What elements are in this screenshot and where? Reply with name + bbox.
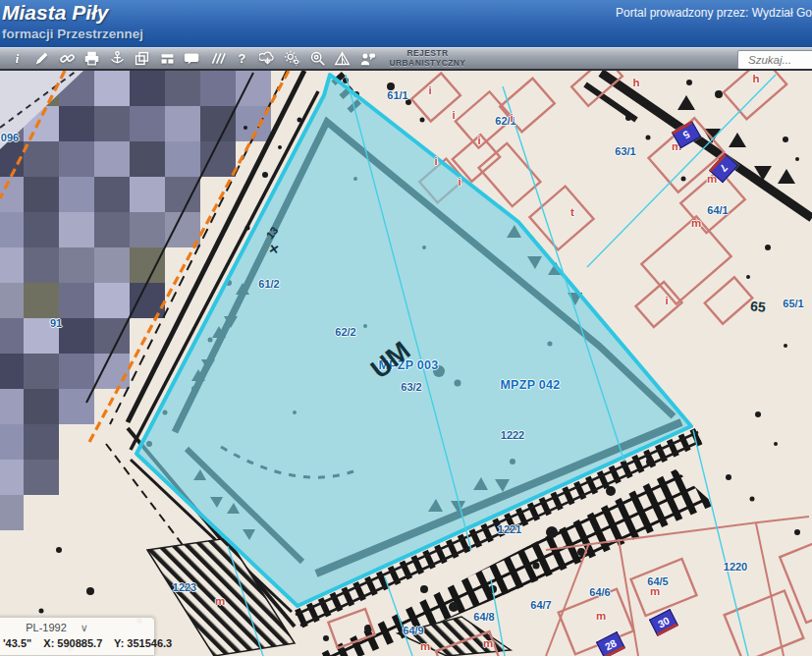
chevron-down-icon[interactable]: ∨	[81, 622, 88, 634]
feedback-icon[interactable]	[359, 50, 376, 67]
layout-icon[interactable]	[159, 50, 176, 67]
layers-icon[interactable]	[334, 50, 351, 67]
info-icon[interactable]: i	[9, 50, 26, 67]
page-subtitle: formacji Przestrzennej	[2, 27, 143, 41]
download-icon[interactable]	[259, 50, 276, 67]
svg-text:i: i	[15, 52, 19, 66]
x-coordinate: X: 590885.7	[43, 637, 102, 649]
urban-register-button[interactable]: REJESTR URBANISTYCZNY	[390, 49, 466, 68]
search-input[interactable]	[737, 50, 812, 70]
coordinate-panel: PL-1992∨ '43.5" X: 590885.7 Y: 351546.3	[0, 617, 155, 656]
draw-icon[interactable]	[33, 50, 50, 67]
zoom-search-icon[interactable]	[309, 50, 326, 67]
print-icon[interactable]	[83, 50, 100, 67]
basemap-svg	[0, 71, 812, 656]
help-icon[interactable]: ?	[234, 50, 250, 67]
anchor-icon[interactable]	[109, 50, 126, 67]
crs-label: PL-1992	[26, 622, 67, 633]
y-coordinate: Y: 351546.3	[114, 637, 172, 649]
copy-icon[interactable]	[134, 50, 150, 67]
portal-credit: Portal prowadzony przez: Wydział Go	[616, 6, 812, 20]
measure-icon[interactable]	[209, 50, 226, 67]
urban-register-line2: URBANISTYCZNY	[390, 59, 466, 68]
map-toolbar: i? REJESTR URBANISTYCZNY	[0, 47, 812, 71]
svg-text:?: ?	[239, 51, 246, 66]
search-box	[737, 50, 812, 70]
map-canvas[interactable]: 0969161/162/163/164/165/161/262/263/2122…	[0, 71, 812, 656]
comment-icon[interactable]	[184, 50, 200, 67]
settings-icon[interactable]	[284, 50, 300, 67]
gis-portal-window: Miasta Piły formacji Przestrzennej Porta…	[0, 0, 812, 656]
page-title: Miasta Piły	[2, 1, 109, 25]
latitude-fragment: '43.5"	[3, 637, 31, 649]
header: Miasta Piły formacji Przestrzennej Porta…	[0, 0, 812, 47]
link-icon[interactable]	[59, 50, 76, 67]
